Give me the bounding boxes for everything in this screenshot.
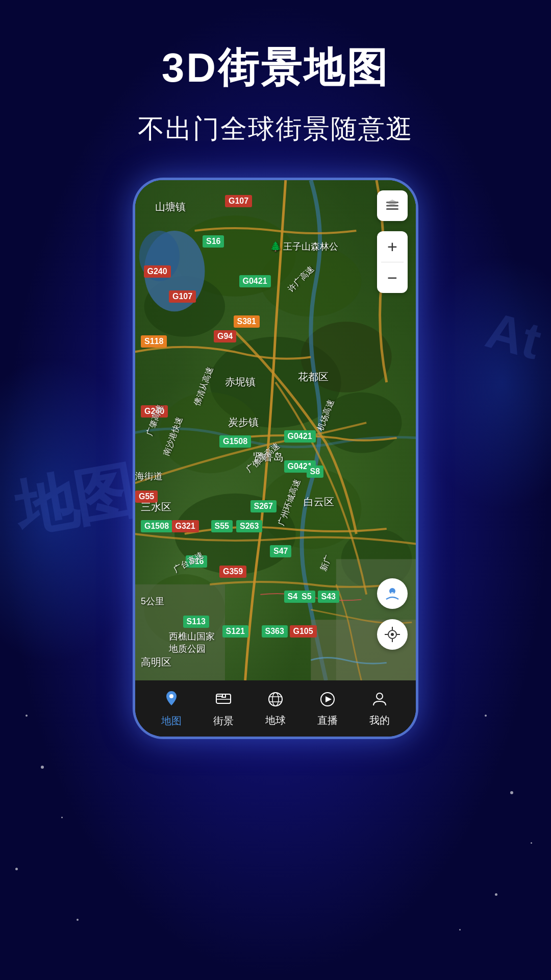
map-label-S16-top: S16 (203, 235, 224, 248)
svg-point-39 (377, 693, 383, 699)
location-baiyun: 白云区 (304, 495, 334, 509)
location-wangzishan: 🌲王子山森林公 (270, 240, 338, 253)
location-haijiedao: 海街道 (135, 470, 163, 482)
location-chini: 赤坭镇 (225, 375, 256, 389)
zoom-controls-group: + − (377, 231, 408, 293)
map-label-S47-1: S47 (270, 545, 291, 557)
location-shantang: 山塘镇 (155, 200, 186, 214)
map-label-S118: S118 (141, 335, 167, 348)
gps-button[interactable] (377, 619, 408, 650)
gps-icon (384, 626, 401, 643)
live-nav-icon (318, 690, 337, 710)
layers-icon (384, 198, 400, 214)
svg-rect-21 (386, 208, 398, 210)
location-xiqiao: 西樵山国家地质公园 (169, 630, 215, 655)
nav-label-street: 街景 (213, 714, 234, 728)
location-sanshui: 三水区 (141, 500, 171, 514)
svg-point-30 (169, 694, 173, 698)
layers-button[interactable] (377, 190, 408, 221)
bottom-navigation: 地图 街景 (135, 680, 416, 737)
street-view-icon (384, 585, 401, 602)
map-label-S121: S121 (222, 625, 248, 638)
globe-nav-icon (266, 690, 285, 710)
map-label-S263: S263 (236, 520, 262, 532)
location-huadu: 花都区 (298, 370, 329, 384)
map-label-S43: S43 (318, 591, 339, 603)
zoom-in-button[interactable]: + (377, 231, 408, 262)
zoom-out-button[interactable]: − (377, 262, 408, 293)
nav-label-live: 直播 (317, 714, 338, 727)
map-nav-icon (162, 689, 181, 711)
map-label-G0421-1: G0421 (239, 275, 271, 287)
location-gaoming: 高明区 (141, 655, 171, 669)
nav-item-street[interactable]: 街景 (213, 689, 234, 728)
map-label-G0421-2: G0421 (284, 430, 316, 443)
zoom-in-icon: + (387, 238, 397, 255)
map-container[interactable]: G107 S16 G240 G107 G0421 S381 G94 S118 G… (135, 180, 416, 680)
phone-frame: G107 S16 G240 G107 G0421 S381 G94 S118 G… (133, 178, 418, 739)
map-label-G107-top: G107 (225, 195, 252, 207)
svg-point-23 (391, 592, 394, 595)
map-label-S267: S267 (251, 500, 277, 512)
map-label-S8: S8 (307, 465, 324, 478)
map-label-G1508-1: G1508 (219, 435, 251, 448)
zoom-out-icon: − (387, 269, 397, 286)
nav-label-map: 地图 (161, 714, 182, 728)
map-label-S381: S381 (234, 315, 260, 328)
svg-point-34 (272, 693, 279, 706)
page-title: 3D街景地图 (162, 41, 389, 96)
map-label-G321: G321 (172, 520, 199, 532)
svg-marker-38 (325, 696, 332, 702)
street-view-button[interactable] (377, 578, 408, 609)
nav-item-mine[interactable]: 我的 (369, 690, 390, 727)
map-label-S363: S363 (262, 625, 288, 638)
map-label-S55: S55 (211, 520, 233, 532)
nav-label-mine: 我的 (369, 714, 390, 727)
location-tanbu: 炭步镇 (228, 415, 259, 429)
page-subtitle: 不出门全球街景随意逛 (138, 111, 413, 147)
nav-item-live[interactable]: 直播 (317, 690, 338, 727)
svg-point-33 (269, 693, 282, 706)
nav-label-globe: 地球 (265, 714, 286, 727)
nav-item-map[interactable]: 地图 (161, 689, 182, 728)
nav-item-globe[interactable]: 地球 (265, 690, 286, 727)
map-label-G359: G359 (219, 566, 246, 578)
svg-rect-31 (216, 694, 231, 703)
map-label-S5: S5 (298, 591, 315, 603)
mine-nav-icon (370, 690, 389, 710)
map-label-G240-1: G240 (144, 265, 171, 278)
street-nav-icon (214, 689, 233, 711)
svg-point-25 (391, 633, 394, 636)
map-label-S113: S113 (183, 616, 209, 628)
map-label-G1508-2: G1508 (141, 520, 172, 532)
map-label-G107-2: G107 (169, 290, 196, 303)
map-label-G105: G105 (290, 625, 317, 638)
location-scale: 5公里 (141, 595, 164, 607)
main-content: 3D街景地图 不出门全球街景随意逛 (0, 0, 551, 980)
map-label-G94: G94 (214, 330, 236, 342)
